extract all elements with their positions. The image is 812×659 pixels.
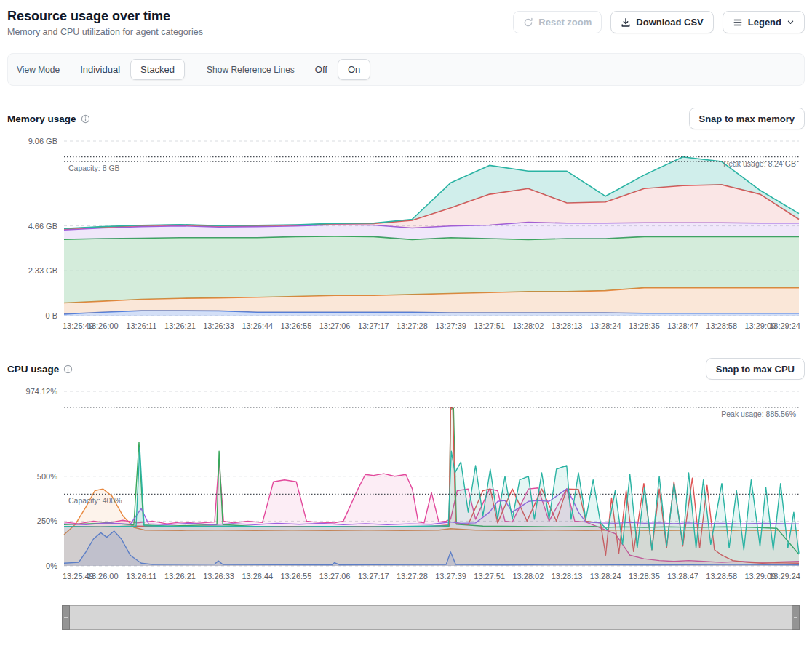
svg-text:13:26:33: 13:26:33: [203, 572, 234, 580]
list-icon: [733, 17, 743, 28]
svg-text:13:26:55: 13:26:55: [280, 321, 311, 330]
snap-max-memory-label: Snap to max memory: [699, 113, 795, 124]
time-brush: [62, 605, 800, 630]
svg-text:2.33 GB: 2.33 GB: [28, 266, 57, 275]
svg-text:974.12%: 974.12%: [26, 387, 58, 396]
svg-text:13:26:44: 13:26:44: [242, 321, 273, 330]
svg-text:Capacity: 400%: Capacity: 400%: [68, 496, 122, 505]
snap-max-memory-button[interactable]: Snap to max memory: [689, 108, 805, 129]
svg-text:Peak usage: 8.24 GB: Peak usage: 8.24 GB: [723, 159, 796, 168]
svg-text:Peak usage: 885.56%: Peak usage: 885.56%: [721, 410, 796, 418]
svg-text:13:28:35: 13:28:35: [629, 321, 660, 330]
memory-chart[interactable]: 9.06 GB4.66 GB2.33 GB0 B13:25:4913:26:00…: [7, 132, 805, 338]
svg-text:13:28:58: 13:28:58: [706, 321, 737, 330]
chart-controls-toolbar: View Mode Individual Stacked Show Refere…: [7, 53, 805, 86]
header: Resource usage over time Memory and CPU …: [7, 7, 805, 37]
cpu-chart[interactable]: 974.12%500%250%0%13:25:4913:26:0013:26:1…: [7, 383, 805, 588]
brush-left-handle[interactable]: [62, 605, 70, 630]
svg-text:13:26:55: 13:26:55: [280, 572, 311, 580]
svg-text:13:27:28: 13:27:28: [397, 321, 428, 330]
cpu-section-head: CPU usage Snap to max CPU: [7, 358, 805, 380]
svg-text:13:27:39: 13:27:39: [435, 321, 466, 330]
svg-text:13:27:51: 13:27:51: [474, 321, 505, 330]
svg-text:13:26:11: 13:26:11: [126, 321, 156, 330]
svg-text:13:27:28: 13:27:28: [397, 572, 428, 580]
snap-max-cpu-button[interactable]: Snap to max CPU: [706, 358, 805, 380]
header-titles: Resource usage over time Memory and CPU …: [7, 7, 203, 37]
view-mode-individual[interactable]: Individual: [70, 59, 130, 80]
view-mode-label: View Mode: [17, 65, 60, 75]
svg-text:250%: 250%: [37, 516, 57, 525]
svg-text:13:28:35: 13:28:35: [629, 572, 660, 580]
reset-zoom-button[interactable]: Reset zoom: [513, 11, 602, 33]
svg-text:13:26:21: 13:26:21: [164, 321, 196, 330]
svg-text:Capacity: 8 GB: Capacity: 8 GB: [68, 164, 120, 172]
snap-max-cpu-label: Snap to max CPU: [716, 364, 795, 375]
brush-track[interactable]: [62, 605, 800, 630]
dashboard-page: Resource usage over time Memory and CPU …: [0, 0, 812, 659]
svg-text:13:28:02: 13:28:02: [512, 321, 544, 330]
svg-text:9.06 GB: 9.06 GB: [28, 137, 57, 145]
memory-usage-title: Memory usage: [7, 113, 90, 124]
svg-text:13:29:24: 13:29:24: [769, 321, 800, 330]
svg-text:0%: 0%: [46, 562, 57, 570]
svg-text:13:28:24: 13:28:24: [590, 572, 621, 580]
svg-text:13:28:13: 13:28:13: [552, 321, 583, 330]
svg-text:4.66 GB: 4.66 GB: [28, 222, 57, 231]
svg-text:13:26:33: 13:26:33: [203, 321, 234, 330]
svg-text:13:28:58: 13:28:58: [706, 572, 737, 580]
reference-lines-off[interactable]: Off: [305, 59, 338, 80]
svg-text:13:27:06: 13:27:06: [319, 321, 351, 330]
svg-text:13:28:13: 13:28:13: [552, 572, 583, 580]
svg-text:13:28:47: 13:28:47: [667, 321, 698, 330]
svg-text:0 B: 0 B: [45, 311, 57, 320]
download-csv-label: Download CSV: [636, 17, 703, 28]
svg-text:13:26:44: 13:26:44: [242, 572, 273, 580]
svg-text:13:29:24: 13:29:24: [769, 572, 800, 580]
memory-section-head: Memory usage Snap to max memory: [7, 108, 805, 129]
memory-usage-title-text: Memory usage: [7, 113, 76, 124]
reset-zoom-label: Reset zoom: [538, 17, 592, 28]
info-icon[interactable]: [81, 114, 90, 124]
svg-text:13:28:47: 13:28:47: [667, 572, 698, 580]
svg-text:13:27:39: 13:27:39: [435, 572, 466, 580]
view-mode-stacked[interactable]: Stacked: [130, 59, 185, 80]
svg-text:13:26:11: 13:26:11: [126, 572, 156, 580]
svg-text:13:27:17: 13:27:17: [358, 572, 389, 580]
svg-text:13:28:02: 13:28:02: [512, 572, 544, 580]
svg-text:500%: 500%: [37, 472, 57, 481]
svg-text:13:27:06: 13:27:06: [319, 572, 351, 580]
svg-text:13:26:00: 13:26:00: [87, 572, 119, 580]
brush-right-handle[interactable]: [792, 605, 800, 630]
refresh-icon: [523, 17, 533, 28]
cpu-usage-title-text: CPU usage: [7, 364, 59, 375]
page-subtitle: Memory and CPU utilization for agent cat…: [7, 27, 203, 37]
svg-text:13:27:51: 13:27:51: [474, 572, 505, 580]
chevron-down-icon: [787, 18, 795, 26]
svg-text:13:26:21: 13:26:21: [164, 572, 196, 580]
svg-text:13:28:24: 13:28:24: [590, 321, 621, 330]
download-csv-button[interactable]: Download CSV: [610, 11, 713, 33]
reference-lines-on[interactable]: On: [338, 59, 370, 80]
svg-text:13:27:17: 13:27:17: [358, 321, 389, 330]
legend-button[interactable]: Legend: [723, 11, 805, 33]
info-icon[interactable]: [63, 364, 73, 374]
header-actions: Reset zoom Download CSV Legend: [513, 11, 805, 33]
svg-text:13:26:00: 13:26:00: [87, 321, 119, 330]
reference-lines-label: Show Reference Lines: [207, 65, 295, 75]
legend-label: Legend: [748, 17, 781, 28]
page-title: Resource usage over time: [7, 9, 203, 24]
download-icon: [621, 17, 631, 28]
cpu-usage-title: CPU usage: [7, 364, 73, 375]
